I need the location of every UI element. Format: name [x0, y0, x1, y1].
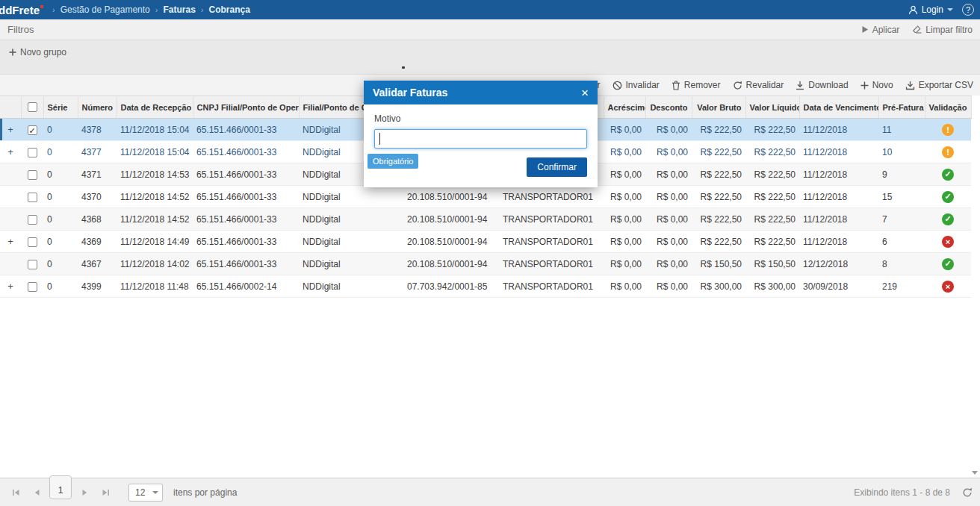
breadcrumb-faturas[interactable]: Faturas — [163, 4, 195, 15]
modal-title: Validar Faturas — [373, 87, 447, 99]
export-csv-button[interactable]: Exportar CSV — [905, 80, 973, 90]
new-button[interactable]: Novo — [860, 80, 893, 90]
cell-pre-fatura: 8 — [878, 253, 925, 275]
cell-pre-fatura: 10 — [878, 141, 925, 163]
ok-status-icon: ✓ — [942, 169, 954, 181]
row-checkbox-cell[interactable] — [21, 275, 43, 298]
column-header-valor_bruto[interactable]: Valor Bruto — [692, 96, 745, 119]
row-checkbox-cell[interactable]: ✓ — [21, 119, 43, 141]
motivo-input[interactable] — [374, 129, 587, 149]
cell-filial: NDDigital — [299, 275, 403, 298]
select-all-checkbox[interactable] — [28, 102, 37, 112]
cell-desconto: R$ 0,00 — [645, 141, 692, 163]
cell-filial: NDDigital — [299, 208, 403, 231]
row-checkbox[interactable] — [28, 260, 37, 269]
row-checkbox[interactable] — [28, 237, 37, 247]
motivo-label: Motivo — [374, 113, 587, 124]
current-page-button[interactable]: 1 — [49, 475, 72, 499]
apply-filter-label: Aplicar — [872, 25, 900, 35]
row-checkbox-cell[interactable] — [21, 231, 43, 253]
cell-filial: NDDigital — [299, 253, 403, 275]
breadcrumb-separator-icon: › — [201, 5, 204, 14]
prev-page-icon — [34, 489, 40, 496]
login-menu[interactable]: Login — [908, 4, 953, 15]
breadcrumb: › Gestão de Pagamento › Faturas › Cobran… — [52, 4, 250, 15]
help-button[interactable]: ? — [962, 4, 974, 16]
apply-filter-button[interactable]: Aplicar — [861, 25, 900, 35]
new-label: Novo — [872, 80, 893, 90]
new-group-button[interactable]: Novo grupo — [9, 47, 66, 57]
row-checkbox-cell[interactable] — [21, 141, 43, 163]
scrollbar-down-icon[interactable] — [972, 471, 978, 475]
invalidate-button[interactable]: Invalidar — [612, 80, 660, 90]
breadcrumb-separator-icon: › — [155, 5, 158, 14]
next-page-button[interactable] — [76, 484, 93, 501]
row-checkbox[interactable] — [28, 193, 37, 202]
warning-status-icon: ! — [942, 124, 954, 136]
table-row[interactable]: +0436911/12/2018 14:4965.151.466/0001-33… — [0, 231, 971, 253]
clear-filter-button[interactable]: Limpar filtro — [913, 25, 973, 35]
row-checkbox-cell[interactable] — [21, 163, 43, 186]
breadcrumb-cobranca[interactable]: Cobrança — [208, 4, 249, 15]
refresh-button[interactable] — [962, 487, 973, 498]
cell-serie: 0 — [43, 186, 78, 208]
cell-desconto: R$ 0,00 — [645, 253, 692, 275]
cell-data-recepcao: 11/12/2018 11:48 — [117, 275, 193, 298]
cell-pre-fatura: 15 — [878, 186, 925, 208]
row-checkbox-cell[interactable] — [21, 208, 43, 231]
first-page-button[interactable] — [7, 484, 24, 501]
row-checkbox[interactable] — [28, 170, 37, 180]
row-expand-toggle[interactable]: + — [0, 275, 21, 298]
revalidate-button[interactable]: Revalidar — [733, 80, 784, 90]
group-bar: Novo grupo — [0, 40, 980, 75]
cell-pre-fatura: 7 — [878, 208, 925, 231]
cell-data-recepcao: 11/12/2018 14:49 — [117, 231, 193, 253]
row-expand-toggle[interactable]: + — [0, 141, 21, 163]
last-page-button[interactable] — [97, 484, 114, 501]
column-header-vencimento[interactable]: Data de Vencimento — [799, 96, 878, 119]
page-size-select[interactable]: 12 — [128, 484, 163, 502]
motivo-input-wrap — [374, 129, 587, 149]
row-checkbox[interactable]: ✓ — [28, 125, 37, 135]
row-expand-toggle[interactable]: + — [0, 119, 21, 141]
first-page-icon — [12, 489, 20, 496]
column-header-serie[interactable]: Série — [43, 96, 78, 119]
text-caret — [379, 133, 380, 145]
row-checkbox-cell[interactable] — [21, 186, 43, 208]
column-header-numero[interactable]: Número — [78, 96, 117, 119]
column-header-pre_fatura[interactable]: Pré-Fatura — [878, 96, 925, 119]
ok-status-icon: ✓ — [942, 191, 954, 203]
column-header-data_recepcao[interactable]: Data de Recepção↓ — [117, 96, 193, 119]
confirm-button[interactable]: Confirmar — [527, 157, 587, 177]
column-header-cnpj_filial[interactable]: CNPJ Filial/Ponto de Operação — [193, 96, 299, 119]
column-header-validacao[interactable]: Validação — [925, 96, 971, 119]
row-checkbox[interactable] — [28, 148, 37, 157]
row-checkbox[interactable] — [28, 282, 37, 292]
prev-page-button[interactable] — [28, 484, 45, 501]
breadcrumb-gestao-pagamento[interactable]: Gestão de Pagamento — [61, 4, 150, 15]
download-button[interactable]: Download — [796, 80, 848, 90]
cell-validacao: ! — [925, 141, 971, 163]
table-row[interactable]: 0436711/12/2018 14:0265.151.466/0001-33N… — [0, 253, 971, 275]
cell-vencimento: 30/09/2018 — [799, 275, 878, 298]
cell-pre-fatura: 219 — [878, 275, 925, 298]
row-checkbox[interactable] — [28, 215, 37, 225]
cell-cnpj-filial: 65.151.466/0001-33 — [193, 119, 299, 141]
column-header-valor_liquido[interactable]: Valor Líquido — [745, 96, 799, 119]
remove-button[interactable]: Remover — [672, 80, 721, 90]
column-header-acrescimo[interactable]: Acréscimo — [604, 96, 645, 119]
table-row[interactable]: 0436811/12/2018 14:5265.151.466/0001-33N… — [0, 208, 971, 231]
table-row[interactable]: +0439911/12/2018 11:4865.151.466/0002-14… — [0, 275, 971, 298]
column-header-check[interactable] — [21, 96, 43, 119]
row-expand-toggle[interactable]: + — [0, 231, 21, 253]
brand-logo[interactable]: ddFrete — [0, 4, 43, 16]
cell-valor-liquido: R$ 222,50 — [745, 208, 799, 231]
download-icon — [796, 81, 804, 90]
cell-cnpj-filial: 65.151.466/0001-33 — [193, 186, 299, 208]
close-icon[interactable]: × — [581, 87, 589, 99]
row-checkbox-cell[interactable] — [21, 253, 43, 275]
table-row[interactable]: 0437011/12/2018 14:5265.151.466/0001-33N… — [0, 186, 971, 208]
cell-cnpj-filial: 65.151.466/0001-33 — [193, 163, 299, 186]
cell-vencimento: 11/12/2018 — [799, 186, 878, 208]
column-header-desconto[interactable]: Desconto — [645, 96, 692, 119]
